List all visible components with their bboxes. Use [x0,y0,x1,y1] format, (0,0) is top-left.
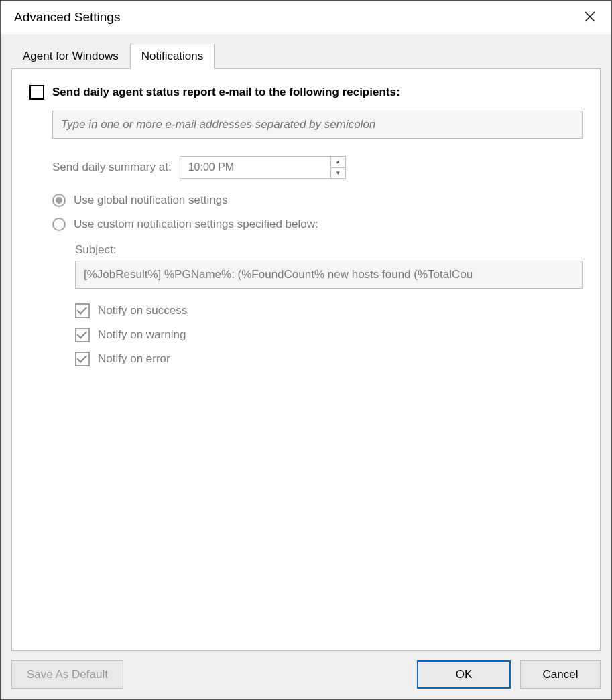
cancel-button[interactable]: Cancel [520,660,601,689]
titlebar: Advanced Settings [1,1,611,34]
recipients-input[interactable] [52,111,583,139]
notify-warning-row[interactable]: Notify on warning [75,328,583,342]
notify-warning-checkbox[interactable] [75,328,90,342]
notify-success-checkbox[interactable] [75,303,90,318]
notify-success-label: Notify on success [98,304,187,318]
daily-report-row: Send daily agent status report e-mail to… [29,85,583,100]
send-daily-report-checkbox[interactable] [29,85,44,100]
client-area: Agent for Windows Notifications Send dai… [1,34,611,699]
summary-time-spinner[interactable]: ▲ ▼ [180,156,346,179]
tab-notifications[interactable]: Notifications [130,44,215,69]
notify-success-row[interactable]: Notify on success [75,303,583,318]
summary-time-label: Send daily summary at: [52,161,172,174]
notify-error-row[interactable]: Notify on error [75,352,583,366]
radio-global-row[interactable]: Use global notification settings [52,194,583,207]
notify-error-label: Notify on error [98,352,170,366]
tabstrip: Agent for Windows Notifications [11,44,601,69]
ok-button[interactable]: OK [417,660,511,689]
daily-report-block: Send daily summary at: ▲ ▼ Use global no… [52,100,583,366]
spinner-down-icon[interactable]: ▼ [331,167,345,179]
subject-input[interactable] [75,261,583,289]
save-as-default-button[interactable]: Save As Default [11,660,123,689]
spinner-buttons: ▲ ▼ [330,157,345,178]
subject-label: Subject: [75,243,583,257]
summary-time-row: Send daily summary at: ▲ ▼ [52,156,583,179]
radio-global[interactable] [52,194,66,207]
notify-error-checkbox[interactable] [75,352,90,366]
radio-custom-label: Use custom notification settings specifi… [74,218,318,231]
tab-panel-notifications: Send daily agent status report e-mail to… [11,68,601,651]
radio-global-label: Use global notification settings [74,194,228,207]
spinner-up-icon[interactable]: ▲ [331,157,345,167]
radio-custom[interactable] [52,218,66,231]
notify-warning-label: Notify on warning [98,328,186,342]
button-bar: Save As Default OK Cancel [11,651,601,689]
custom-settings-block: Subject: Notify on success Notify on war… [75,243,583,366]
window-title: Advanced Settings [14,10,120,25]
radio-custom-row[interactable]: Use custom notification settings specifi… [52,218,583,231]
summary-time-value[interactable] [180,157,330,178]
notify-checks: Notify on success Notify on warning Noti… [75,303,583,366]
send-daily-report-label: Send daily agent status report e-mail to… [52,86,400,99]
advanced-settings-dialog: Advanced Settings Agent for Windows Noti… [0,0,612,700]
tab-agent-for-windows[interactable]: Agent for Windows [11,44,130,69]
close-icon[interactable] [579,8,601,27]
